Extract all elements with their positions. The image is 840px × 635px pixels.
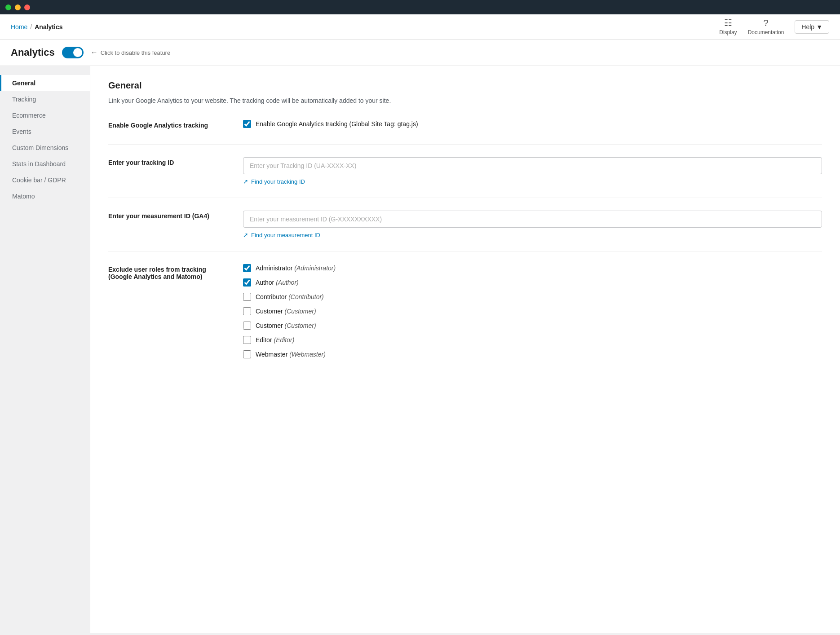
- role-editor-checkbox[interactable]: [243, 336, 251, 344]
- role-webmaster-row: Webmaster (Webmaster): [243, 350, 822, 358]
- sidebar-item-matomo[interactable]: Matomo: [0, 188, 90, 204]
- breadcrumb-current: Analytics: [35, 23, 62, 31]
- display-label: Display: [719, 29, 737, 35]
- section-title: General: [108, 80, 822, 91]
- enable-ga-checkbox-row: Enable Google Analytics tracking (Global…: [243, 120, 822, 128]
- documentation-label: Documentation: [748, 29, 784, 35]
- measurement-id-label: Enter your measurement ID (GA4): [108, 211, 225, 220]
- page-footer: Save changes: [0, 633, 840, 635]
- sidebar-item-events[interactable]: Events: [0, 123, 90, 140]
- divider-3: [108, 251, 822, 251]
- divider-1: [108, 144, 822, 145]
- breadcrumb: Home / Analytics: [11, 23, 63, 31]
- role-editor-label[interactable]: Editor (Editor): [256, 336, 294, 344]
- role-contributor-label[interactable]: Contributor (Contributor): [256, 293, 324, 300]
- role-administrator-label[interactable]: Administrator (Administrator): [256, 265, 336, 272]
- sidebar-item-custom-dimensions[interactable]: Custom Dimensions: [0, 140, 90, 156]
- role-contributor-checkbox[interactable]: [243, 293, 251, 301]
- role-customer2-checkbox[interactable]: [243, 322, 251, 330]
- topnav: Home / Analytics ☷ Display ? Documentati…: [0, 14, 840, 40]
- help-button[interactable]: Help ▼: [795, 20, 829, 34]
- external-link-icon-1: ➚: [243, 178, 248, 185]
- role-customer2-row: Customer (Customer): [243, 322, 822, 330]
- find-tracking-id-row: ➚ Find your tracking ID: [243, 178, 822, 185]
- documentation-button[interactable]: ? Documentation: [748, 18, 784, 35]
- tracking-id-row: Enter your tracking ID ➚ Find your track…: [108, 157, 822, 185]
- breadcrumb-separator: /: [30, 23, 32, 31]
- measurement-id-input[interactable]: [243, 211, 822, 228]
- find-tracking-id-link[interactable]: Find your tracking ID: [251, 178, 305, 185]
- find-measurement-id-link[interactable]: Find your measurement ID: [251, 232, 320, 238]
- sidebar-item-general[interactable]: General: [0, 75, 90, 91]
- role-customer1-label[interactable]: Customer (Customer): [256, 308, 316, 315]
- breadcrumb-home[interactable]: Home: [11, 23, 27, 31]
- role-customer2-label[interactable]: Customer (Customer): [256, 322, 316, 329]
- role-customer1-row: Customer (Customer): [243, 307, 822, 315]
- feature-toggle-wrap: [62, 47, 84, 58]
- role-author-checkbox[interactable]: [243, 278, 251, 287]
- tracking-id-input[interactable]: [243, 157, 822, 174]
- enable-ga-control: Enable Google Analytics tracking (Global…: [243, 120, 822, 132]
- sidebar-item-ecommerce[interactable]: Ecommerce: [0, 107, 90, 123]
- tracking-id-label: Enter your tracking ID: [108, 157, 225, 166]
- display-icon: ☷: [724, 18, 732, 27]
- dot-red: [24, 4, 30, 10]
- enable-ga-checkbox[interactable]: [243, 120, 251, 128]
- role-webmaster-label[interactable]: Webmaster (Webmaster): [256, 351, 326, 358]
- sidebar-item-stats-dashboard[interactable]: Stats in Dashboard: [0, 156, 90, 172]
- dot-yellow: [15, 4, 21, 10]
- feature-toggle[interactable]: [62, 47, 84, 58]
- role-author-row: Author (Author): [243, 278, 822, 287]
- role-administrator-row: Administrator (Administrator): [243, 264, 822, 272]
- disable-hint-text: Click to disable this feature: [101, 49, 170, 56]
- external-link-icon-2: ➚: [243, 231, 248, 238]
- role-administrator-checkbox[interactable]: [243, 264, 251, 272]
- exclude-roles-label: Exclude user roles from tracking (Google…: [108, 264, 225, 280]
- role-editor-row: Editor (Editor): [243, 336, 822, 344]
- divider-2: [108, 198, 822, 198]
- find-measurement-id-row: ➚ Find your measurement ID: [243, 231, 822, 238]
- help-label: Help: [801, 23, 814, 31]
- measurement-id-control: ➚ Find your measurement ID: [243, 211, 822, 238]
- enable-ga-row: Enable Google Analytics tracking Enable …: [108, 120, 822, 132]
- toggle-slider: [62, 47, 84, 58]
- arrow-left-icon: ←: [91, 49, 98, 57]
- role-webmaster-checkbox[interactable]: [243, 350, 251, 358]
- topnav-right: ☷ Display ? Documentation Help ▼: [719, 18, 829, 35]
- sidebar: General Tracking Ecommerce Events Custom…: [0, 66, 90, 633]
- role-contributor-row: Contributor (Contributor): [243, 293, 822, 301]
- enable-ga-label: Enable Google Analytics tracking: [108, 120, 225, 129]
- sidebar-item-tracking[interactable]: Tracking: [0, 91, 90, 107]
- role-customer1-checkbox[interactable]: [243, 307, 251, 315]
- enable-ga-checkbox-label[interactable]: Enable Google Analytics tracking (Global…: [256, 120, 418, 128]
- exclude-roles-row: Exclude user roles from tracking (Google…: [108, 264, 822, 362]
- measurement-id-row: Enter your measurement ID (GA4) ➚ Find y…: [108, 211, 822, 238]
- section-description: Link your Google Analytics to your websi…: [108, 96, 822, 106]
- page-title: Analytics: [11, 47, 55, 58]
- display-button[interactable]: ☷ Display: [719, 18, 737, 35]
- dot-green: [5, 4, 11, 10]
- help-chevron-icon: ▼: [816, 23, 822, 31]
- disable-hint: ← Click to disable this feature: [91, 49, 170, 57]
- role-author-label[interactable]: Author (Author): [256, 279, 299, 286]
- documentation-icon: ?: [763, 18, 768, 27]
- main-layout: General Tracking Ecommerce Events Custom…: [0, 66, 840, 633]
- exclude-roles-control: Administrator (Administrator) Author (Au…: [243, 264, 822, 362]
- page-header: Analytics ← Click to disable this featur…: [0, 40, 840, 66]
- sidebar-item-cookie-bar[interactable]: Cookie bar / GDPR: [0, 172, 90, 188]
- main-content: General Link your Google Analytics to yo…: [90, 66, 840, 633]
- tracking-id-control: ➚ Find your tracking ID: [243, 157, 822, 185]
- titlebar: [0, 0, 840, 14]
